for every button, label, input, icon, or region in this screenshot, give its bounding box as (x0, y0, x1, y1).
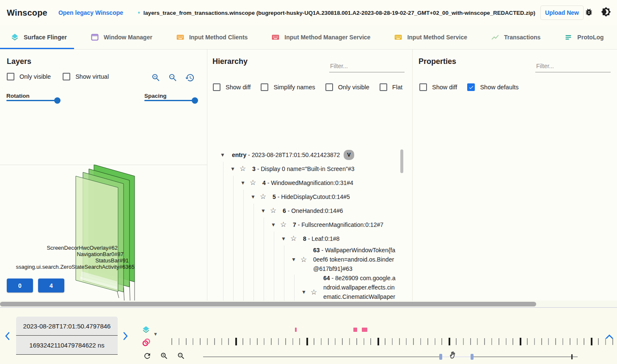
tree-node[interactable]: ▼ ☆ 7 - FullscreenMagnification:0:12#7 (207, 218, 405, 232)
timestamp-input[interactable]: 2023-08-28T17:01:50.4797846 (16, 317, 118, 336)
tree-node[interactable]: ▼ ☆ 5 - HideDisplayCutout:0:14#5 (207, 190, 405, 204)
timeline-tick (328, 338, 329, 345)
pin-star-icon[interactable]: ☆ (311, 288, 320, 297)
timeline-tick (321, 338, 322, 345)
trace-dropdown-caret-icon[interactable]: ▼ (153, 331, 158, 336)
tree-node[interactable]: ▼ ☆ 63 - WallpaperWindowToken{fa0eef6 to… (207, 245, 405, 273)
refresh-icon[interactable] (143, 352, 151, 362)
show-virtual-checkbox[interactable]: Show virtual (63, 73, 109, 80)
timeline-tick (228, 338, 229, 345)
spacing-slider-thumb[interactable] (192, 97, 198, 104)
next-entry-icon[interactable] (123, 332, 129, 342)
tab-transitions[interactable]: Tra (616, 25, 617, 49)
layers-3d-view[interactable] (0, 165, 207, 324)
collapse-arrow-icon[interactable]: ▼ (261, 208, 267, 214)
tab-protolog[interactable]: ProtoLog (552, 25, 615, 49)
collapse-arrow-icon[interactable]: ▼ (281, 236, 288, 242)
expand-timeline-icon[interactable] (606, 333, 613, 341)
range-handle-right[interactable] (471, 354, 474, 360)
collapse-arrow-icon[interactable]: ▼ (230, 166, 237, 172)
rotation-slider-thumb[interactable] (54, 97, 61, 104)
properties-filter-input[interactable] (535, 61, 611, 72)
checkbox-label: Show diff (226, 84, 251, 91)
hand-cursor (448, 350, 457, 361)
tab-label: Input Method Manager Service (284, 34, 370, 41)
open-legacy-link[interactable]: Open legacy Winscope (58, 9, 123, 16)
tab-window-manager[interactable]: Window Manager (79, 25, 164, 49)
active-tab-indicator (0, 48, 74, 49)
timeline-tick (235, 338, 237, 345)
timeline-range-track[interactable] (474, 356, 578, 357)
flat-checkbox[interactable]: Flat (380, 83, 402, 91)
show-diff-checkbox[interactable]: Show diff (419, 83, 457, 91)
display-id-button-4[interactable]: 4 (38, 279, 64, 292)
timeline-tick (186, 338, 187, 345)
simplify-names-checkbox[interactable]: Simplify names (261, 83, 315, 91)
timeline-range-track[interactable] (203, 356, 440, 357)
zoom-out-icon[interactable] (168, 73, 178, 84)
collapse-arrow-icon[interactable]: ▼ (251, 194, 257, 200)
range-handle-left[interactable] (439, 354, 442, 360)
transition-marker[interactable] (362, 328, 367, 332)
pin-star-icon[interactable]: ☆ (280, 220, 289, 229)
timeline-tick (541, 338, 542, 345)
prev-entry-icon[interactable] (4, 332, 10, 342)
timeline-tick (349, 338, 350, 345)
timeline-tick (441, 338, 442, 345)
dark-mode-toggle-icon[interactable] (601, 7, 611, 19)
pin-star-icon[interactable]: ☆ (300, 255, 310, 264)
transition-marker[interactable] (295, 328, 297, 332)
checkbox-label: Show defaults (480, 84, 518, 91)
layer-label: ScreenDecorHwcOverlay#62 (47, 245, 118, 251)
timeline-tick (548, 338, 549, 345)
display-id-button-0[interactable]: 0 (7, 279, 33, 292)
timeline-tick (171, 338, 172, 345)
collapse-arrow-icon[interactable]: ▼ (220, 152, 227, 158)
pin-star-icon[interactable]: ☆ (260, 192, 269, 201)
pin-star-icon[interactable]: ☆ (250, 178, 259, 187)
collapse-arrow-icon[interactable]: ▼ (301, 289, 308, 295)
rotation-label: Rotation (6, 93, 30, 99)
reset-view-icon[interactable] (185, 73, 195, 84)
tree-node-entry[interactable]: ▼ entry - 2023-08-28T17:01:50.421423872V (207, 148, 405, 162)
timeline-tick (463, 338, 464, 345)
tab-transactions[interactable]: Transactions (479, 25, 552, 49)
zoom-in-icon[interactable] (151, 73, 161, 84)
timeline-zoom-out-icon[interactable] (177, 352, 185, 362)
timestamp-ns-input[interactable]: 1693242110479784622 ns (16, 336, 118, 355)
tab-input-method-service[interactable]: Input Method Service (382, 25, 479, 49)
tree-node[interactable]: ▼ ☆ 4 - WindowedMagnification:0:31#4 (207, 176, 405, 190)
tree-node[interactable]: ▼ ☆ 8 - Leaf:0:1#8 (207, 232, 405, 245)
scrollbar-thumb[interactable] (0, 302, 536, 306)
show-diff-checkbox[interactable]: Show diff (213, 83, 251, 91)
checkbox-label: Show diff (432, 84, 457, 91)
tree-node[interactable]: ▼ ☆ 6 - OneHanded:0:14#6 (207, 204, 405, 218)
spacing-slider-track[interactable] (144, 100, 197, 101)
transition-trace-icon[interactable] (141, 337, 151, 349)
upload-new-button[interactable]: Upload New (540, 6, 584, 20)
show-defaults-checkbox[interactable]: Show defaults (467, 83, 518, 91)
horizontal-scrollbar[interactable] (0, 301, 617, 308)
pin-star-icon[interactable]: ☆ (290, 234, 300, 243)
collapse-arrow-icon[interactable]: ▼ (271, 222, 278, 228)
tab-input-method-clients[interactable]: Input Method Clients (164, 25, 259, 49)
hierarchy-filter-input[interactable] (329, 61, 405, 72)
report-bug-icon[interactable] (584, 8, 593, 18)
scrollbar-thumb[interactable] (400, 149, 403, 173)
pin-star-icon[interactable]: ☆ (270, 206, 279, 215)
rotation-slider-track[interactable] (6, 100, 58, 101)
timeline-tick (577, 338, 578, 345)
transition-marker[interactable] (353, 328, 357, 332)
tab-surface-flinger[interactable]: Surface Flinger (0, 25, 79, 49)
pin-star-icon[interactable]: ☆ (240, 164, 249, 173)
collapse-arrow-icon[interactable]: ▼ (240, 180, 247, 186)
tree-node[interactable]: ▼ ☆ 3 - Display 0 name="Built-in Screen"… (207, 162, 405, 176)
sf-trace-icon[interactable] (142, 325, 150, 336)
tab-input-method-manager-service[interactable]: Input Method Manager Service (259, 25, 382, 49)
layers-checkbox-row: Only visible Show virtual (7, 73, 109, 80)
only-visible-checkbox[interactable]: Only visible (325, 83, 369, 91)
timeline-zoom-in-icon[interactable] (160, 352, 168, 362)
collapse-arrow-icon[interactable]: ▼ (291, 256, 298, 262)
only-visible-checkbox[interactable]: Only visible (7, 73, 51, 80)
timeline-tick (420, 338, 421, 345)
